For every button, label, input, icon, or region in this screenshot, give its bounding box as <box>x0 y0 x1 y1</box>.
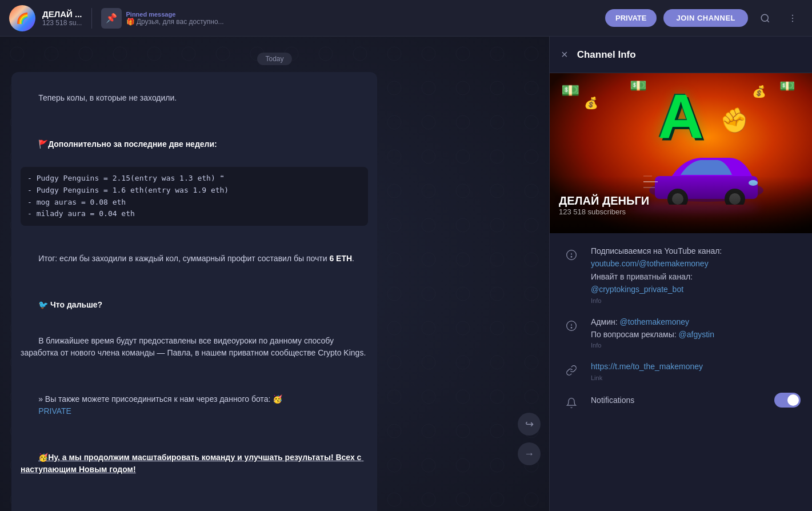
header-info: ДЕЛАЙ ... 123 518 su... <box>42 9 82 27</box>
header-divider <box>91 8 92 29</box>
info-row-notifications: Notifications <box>561 393 801 413</box>
pinned-text: 🎁 Друзья, для вас доступно... <box>126 18 224 26</box>
money-emoji-3: 💰 <box>584 96 598 110</box>
code-block: - Pudgy Penguins = 2.15(entry was 1.3 et… <box>21 167 368 226</box>
more-options-button[interactable] <box>782 8 803 29</box>
private-bot-link[interactable]: @cryptokings_private_bot <box>591 285 683 294</box>
panel-header: × Channel Info <box>550 37 812 73</box>
date-badge: Today <box>11 53 538 65</box>
notifications-row: Notifications <box>591 393 801 408</box>
message-cta: 🥳Ну, а мы продолжим масштабировать коман… <box>21 440 368 488</box>
more-icon <box>787 13 798 23</box>
svg-point-19 <box>571 327 572 328</box>
panel-cover: 💵 💵 💰 💵 💰 A ✊ <box>550 73 812 233</box>
money-emoji-2: 💵 <box>779 79 795 94</box>
pinned-message[interactable]: 📌 Pinned message 🎁 Друзья, для вас досту… <box>101 8 224 29</box>
link-icon-container <box>561 360 582 381</box>
channel-name: ДЕЛАЙ ... <box>42 9 82 19</box>
notifications-toggle[interactable] <box>774 393 801 408</box>
channel-avatar[interactable]: 🌈 <box>9 5 35 31</box>
link-icon <box>566 365 577 376</box>
search-button[interactable] <box>755 8 775 29</box>
cover-channel-info: ДЕЛАЙ ДЕНЬГИ 123 518 subscribers <box>559 194 649 216</box>
pinned-thumb: 📌 <box>101 8 122 29</box>
svg-point-1 <box>792 14 793 15</box>
admin-label: Info <box>591 342 801 349</box>
info-label: Info <box>591 297 801 304</box>
cover-channel-name: ДЕЛАЙ ДЕНЬГИ <box>559 194 649 207</box>
info-row-link: https://t.me/to_the_makemoney Link <box>561 360 801 381</box>
admin-content: Админ: @tothemakemoney По вопросам рекла… <box>591 316 801 349</box>
cover-subscribers: 123 518 subscribers <box>559 207 649 216</box>
bell-icon <box>566 397 577 409</box>
svg-point-2 <box>792 17 793 18</box>
info-circle-icon-2 <box>566 320 577 332</box>
bell-icon-container <box>561 393 582 413</box>
message-section-title: 🚩Дополнительно за последние две недели: <box>21 126 368 162</box>
forward-button[interactable]: ↪ <box>518 413 541 436</box>
message-summary: Итог: если бы заходили в каждый кол, сум… <box>21 241 368 277</box>
info-circle-icon <box>566 249 577 261</box>
message-future: 🐦 Что дальше? В ближайшее время будут пр… <box>21 287 368 371</box>
money-emoji-1: 💵 <box>561 82 579 99</box>
channel-link[interactable]: https://t.me/to_the_makemoney <box>591 362 703 371</box>
link-content: https://t.me/to_the_makemoney Link <box>591 360 801 381</box>
link-text: https://t.me/to_the_makemoney <box>591 360 801 373</box>
money-emoji-4: 💵 <box>630 78 647 94</box>
description-text: Подписываемся на YouTube канал: youtube.… <box>591 245 801 296</box>
big-letter-a: A <box>658 85 703 147</box>
reply-button[interactable]: → <box>518 442 541 465</box>
subscriber-count: 123 518 su... <box>42 19 82 27</box>
admin-icon <box>561 316 582 336</box>
svg-point-0 <box>761 14 768 21</box>
message-card: Теперь колы, в которые не заходили. 🚩Доп… <box>11 72 377 511</box>
panel-close-button[interactable]: × <box>561 48 568 61</box>
youtube-link[interactable]: youtube.com/@tothemakemoney <box>591 259 709 268</box>
main-layout: Today Теперь колы, в которые не заходили… <box>0 37 812 511</box>
channel-info-panel: × Channel Info 💵 💵 💰 💵 💰 A <box>549 37 812 511</box>
description-content: Подписываемся на YouTube канал: youtube.… <box>591 245 801 304</box>
admin-text: Админ: @tothemakemoney По вопросам рекла… <box>591 316 801 341</box>
chat-area[interactable]: Today Теперь колы, в которые не заходили… <box>0 37 549 511</box>
info-row-admin: Админ: @tothemakemoney По вопросам рекла… <box>561 316 801 349</box>
notifications-content: Notifications <box>591 393 801 408</box>
money-emoji-5: 💰 <box>752 85 766 98</box>
join-channel-button[interactable]: JOIN CHANNEL <box>663 9 748 27</box>
header: 🌈 ДЕЛАЙ ... 123 518 su... 📌 Pinned messa… <box>0 0 812 37</box>
panel-body: Подписываемся на YouTube канал: youtube.… <box>550 233 812 511</box>
panel-title: Channel Info <box>577 49 636 61</box>
private-link[interactable]: PRIVATE <box>38 406 71 416</box>
info-icon <box>561 245 582 265</box>
info-row-description: Подписываемся на YouTube канал: youtube.… <box>561 245 801 304</box>
private-button[interactable]: PRIVATE <box>605 9 657 27</box>
admin-link[interactable]: @tothemakemoney <box>619 317 689 326</box>
link-label: Link <box>591 374 801 381</box>
pinned-info: Pinned message 🎁 Друзья, для вас доступн… <box>126 11 224 26</box>
pinned-label: Pinned message <box>126 11 224 18</box>
search-icon <box>760 13 770 23</box>
message-hashtag: #NFT <box>21 498 368 511</box>
notifications-label: Notifications <box>591 396 765 405</box>
ads-link[interactable]: @afgystin <box>679 330 714 339</box>
message-join: » Вы также можете присоединиться к нам ч… <box>21 381 368 429</box>
svg-point-3 <box>792 21 793 22</box>
svg-point-16 <box>571 257 572 258</box>
message-intro: Теперь колы, в которые не заходили. <box>21 80 368 116</box>
action-buttons: ↪ → <box>518 413 541 465</box>
